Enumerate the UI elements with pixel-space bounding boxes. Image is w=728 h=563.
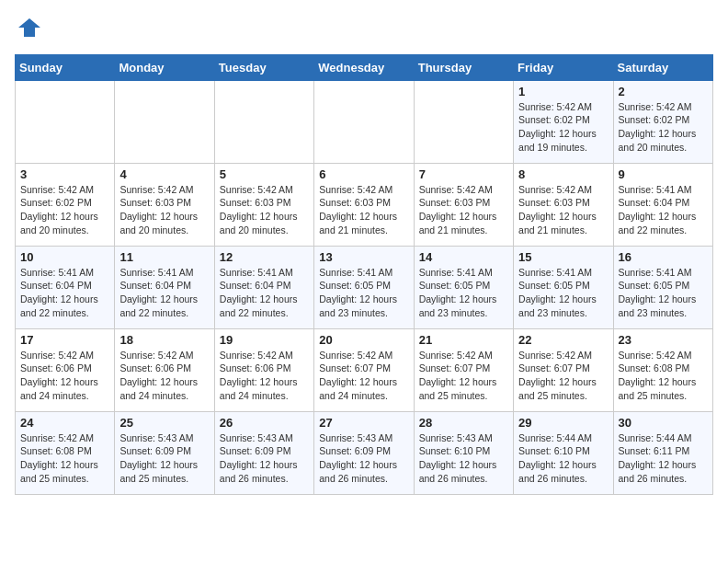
day-info: Sunrise: 5:41 AM Sunset: 6:04 PM Dayligh… bbox=[220, 266, 309, 320]
day-cell: 11Sunrise: 5:41 AM Sunset: 6:04 PM Dayli… bbox=[115, 246, 214, 328]
day-info: Sunrise: 5:42 AM Sunset: 6:02 PM Dayligh… bbox=[20, 183, 109, 237]
day-cell: 2Sunrise: 5:42 AM Sunset: 6:02 PM Daylig… bbox=[613, 80, 712, 163]
day-cell: 5Sunrise: 5:42 AM Sunset: 6:03 PM Daylig… bbox=[214, 163, 313, 246]
day-cell: 30Sunrise: 5:44 AM Sunset: 6:11 PM Dayli… bbox=[613, 411, 712, 494]
day-cell: 24Sunrise: 5:42 AM Sunset: 6:08 PM Dayli… bbox=[16, 411, 115, 494]
day-info: Sunrise: 5:42 AM Sunset: 6:06 PM Dayligh… bbox=[20, 349, 109, 403]
day-cell: 8Sunrise: 5:42 AM Sunset: 6:03 PM Daylig… bbox=[514, 163, 613, 246]
day-info: Sunrise: 5:42 AM Sunset: 6:02 PM Dayligh… bbox=[518, 100, 608, 155]
day-number: 29 bbox=[518, 416, 608, 430]
day-info: Sunrise: 5:43 AM Sunset: 6:09 PM Dayligh… bbox=[119, 431, 209, 486]
day-cell: 17Sunrise: 5:42 AM Sunset: 6:06 PM Dayli… bbox=[16, 328, 115, 411]
col-header-tuesday: Tuesday bbox=[214, 54, 313, 80]
day-number: 8 bbox=[518, 167, 608, 181]
day-info: Sunrise: 5:42 AM Sunset: 6:07 PM Dayligh… bbox=[518, 349, 608, 403]
day-number: 2 bbox=[619, 85, 708, 98]
day-cell: 15Sunrise: 5:41 AM Sunset: 6:05 PM Dayli… bbox=[514, 246, 613, 328]
day-info: Sunrise: 5:41 AM Sunset: 6:05 PM Dayligh… bbox=[319, 266, 408, 320]
day-number: 13 bbox=[319, 250, 408, 264]
col-header-thursday: Thursday bbox=[414, 54, 513, 80]
day-cell: 1Sunrise: 5:42 AM Sunset: 6:02 PM Daylig… bbox=[514, 80, 613, 163]
day-number: 19 bbox=[220, 333, 309, 347]
day-number: 25 bbox=[119, 416, 209, 430]
day-cell: 29Sunrise: 5:44 AM Sunset: 6:10 PM Dayli… bbox=[514, 411, 613, 494]
day-number: 14 bbox=[419, 250, 508, 264]
day-info: Sunrise: 5:41 AM Sunset: 6:05 PM Dayligh… bbox=[419, 266, 508, 320]
day-number: 26 bbox=[220, 416, 309, 430]
day-info: Sunrise: 5:42 AM Sunset: 6:07 PM Dayligh… bbox=[419, 349, 508, 403]
calendar-table: SundayMondayTuesdayWednesdayThursdayFrid… bbox=[15, 54, 713, 495]
day-cell: 14Sunrise: 5:41 AM Sunset: 6:05 PM Dayli… bbox=[414, 246, 513, 328]
day-cell: 26Sunrise: 5:43 AM Sunset: 6:09 PM Dayli… bbox=[214, 411, 313, 494]
col-header-sunday: Sunday bbox=[16, 54, 115, 80]
day-number: 1 bbox=[518, 85, 608, 98]
day-number: 15 bbox=[518, 250, 608, 264]
day-cell: 21Sunrise: 5:42 AM Sunset: 6:07 PM Dayli… bbox=[414, 328, 513, 411]
week-row-3: 10Sunrise: 5:41 AM Sunset: 6:04 PM Dayli… bbox=[16, 246, 713, 328]
day-cell: 9Sunrise: 5:41 AM Sunset: 6:04 PM Daylig… bbox=[613, 163, 712, 246]
day-cell: 4Sunrise: 5:42 AM Sunset: 6:03 PM Daylig… bbox=[115, 163, 214, 246]
week-row-2: 3Sunrise: 5:42 AM Sunset: 6:02 PM Daylig… bbox=[16, 163, 713, 246]
day-cell: 10Sunrise: 5:41 AM Sunset: 6:04 PM Dayli… bbox=[16, 246, 115, 328]
day-cell: 18Sunrise: 5:42 AM Sunset: 6:06 PM Dayli… bbox=[115, 328, 214, 411]
day-cell: 27Sunrise: 5:43 AM Sunset: 6:09 PM Dayli… bbox=[314, 411, 414, 494]
day-info: Sunrise: 5:42 AM Sunset: 6:06 PM Dayligh… bbox=[119, 349, 209, 403]
day-info: Sunrise: 5:42 AM Sunset: 6:07 PM Dayligh… bbox=[319, 349, 408, 403]
day-number: 21 bbox=[419, 333, 508, 347]
day-info: Sunrise: 5:44 AM Sunset: 6:11 PM Dayligh… bbox=[619, 431, 708, 486]
day-cell: 6Sunrise: 5:42 AM Sunset: 6:03 PM Daylig… bbox=[314, 163, 414, 246]
day-cell bbox=[16, 80, 115, 163]
svg-marker-0 bbox=[18, 18, 40, 37]
day-cell bbox=[214, 80, 313, 163]
day-cell: 20Sunrise: 5:42 AM Sunset: 6:07 PM Dayli… bbox=[314, 328, 414, 411]
day-cell: 23Sunrise: 5:42 AM Sunset: 6:08 PM Dayli… bbox=[613, 328, 712, 411]
day-number: 24 bbox=[20, 416, 109, 430]
col-header-saturday: Saturday bbox=[613, 54, 712, 80]
day-number: 5 bbox=[220, 167, 309, 181]
day-info: Sunrise: 5:42 AM Sunset: 6:03 PM Dayligh… bbox=[119, 183, 209, 237]
day-info: Sunrise: 5:43 AM Sunset: 6:10 PM Dayligh… bbox=[419, 431, 508, 486]
day-number: 7 bbox=[419, 167, 508, 181]
day-cell: 25Sunrise: 5:43 AM Sunset: 6:09 PM Dayli… bbox=[115, 411, 214, 494]
week-row-4: 17Sunrise: 5:42 AM Sunset: 6:06 PM Dayli… bbox=[16, 328, 713, 411]
col-header-wednesday: Wednesday bbox=[314, 54, 414, 80]
day-cell bbox=[314, 80, 414, 163]
day-number: 30 bbox=[619, 416, 708, 430]
day-info: Sunrise: 5:42 AM Sunset: 6:08 PM Dayligh… bbox=[619, 349, 708, 403]
page-header bbox=[15, 15, 713, 45]
day-info: Sunrise: 5:41 AM Sunset: 6:04 PM Dayligh… bbox=[619, 183, 708, 237]
day-info: Sunrise: 5:42 AM Sunset: 6:03 PM Dayligh… bbox=[419, 183, 508, 237]
day-number: 11 bbox=[119, 250, 209, 264]
day-number: 23 bbox=[619, 333, 708, 347]
day-info: Sunrise: 5:42 AM Sunset: 6:03 PM Dayligh… bbox=[518, 183, 608, 237]
day-cell: 7Sunrise: 5:42 AM Sunset: 6:03 PM Daylig… bbox=[414, 163, 513, 246]
day-info: Sunrise: 5:44 AM Sunset: 6:10 PM Dayligh… bbox=[518, 431, 608, 486]
day-info: Sunrise: 5:41 AM Sunset: 6:04 PM Dayligh… bbox=[119, 266, 209, 320]
day-cell: 16Sunrise: 5:41 AM Sunset: 6:05 PM Dayli… bbox=[613, 246, 712, 328]
day-number: 18 bbox=[119, 333, 209, 347]
day-number: 12 bbox=[220, 250, 309, 264]
week-row-1: 1Sunrise: 5:42 AM Sunset: 6:02 PM Daylig… bbox=[16, 80, 713, 163]
day-number: 22 bbox=[518, 333, 608, 347]
week-row-5: 24Sunrise: 5:42 AM Sunset: 6:08 PM Dayli… bbox=[16, 411, 713, 494]
day-info: Sunrise: 5:42 AM Sunset: 6:08 PM Dayligh… bbox=[20, 431, 109, 486]
day-number: 20 bbox=[319, 333, 408, 347]
day-info: Sunrise: 5:41 AM Sunset: 6:05 PM Dayligh… bbox=[518, 266, 608, 320]
day-info: Sunrise: 5:42 AM Sunset: 6:02 PM Dayligh… bbox=[619, 100, 708, 155]
day-number: 3 bbox=[20, 167, 109, 181]
day-cell: 13Sunrise: 5:41 AM Sunset: 6:05 PM Dayli… bbox=[314, 246, 414, 328]
day-info: Sunrise: 5:42 AM Sunset: 6:06 PM Dayligh… bbox=[220, 349, 309, 403]
day-info: Sunrise: 5:43 AM Sunset: 6:09 PM Dayligh… bbox=[220, 431, 309, 486]
day-info: Sunrise: 5:43 AM Sunset: 6:09 PM Dayligh… bbox=[319, 431, 408, 486]
day-cell: 3Sunrise: 5:42 AM Sunset: 6:02 PM Daylig… bbox=[16, 163, 115, 246]
day-cell: 22Sunrise: 5:42 AM Sunset: 6:07 PM Dayli… bbox=[514, 328, 613, 411]
day-info: Sunrise: 5:41 AM Sunset: 6:05 PM Dayligh… bbox=[619, 266, 708, 320]
day-cell: 12Sunrise: 5:41 AM Sunset: 6:04 PM Dayli… bbox=[214, 246, 313, 328]
day-number: 6 bbox=[319, 167, 408, 181]
col-header-monday: Monday bbox=[115, 54, 214, 80]
day-number: 16 bbox=[619, 250, 708, 264]
day-cell: 28Sunrise: 5:43 AM Sunset: 6:10 PM Dayli… bbox=[414, 411, 513, 494]
day-number: 28 bbox=[419, 416, 508, 430]
day-number: 4 bbox=[119, 167, 209, 181]
day-number: 10 bbox=[20, 250, 109, 264]
